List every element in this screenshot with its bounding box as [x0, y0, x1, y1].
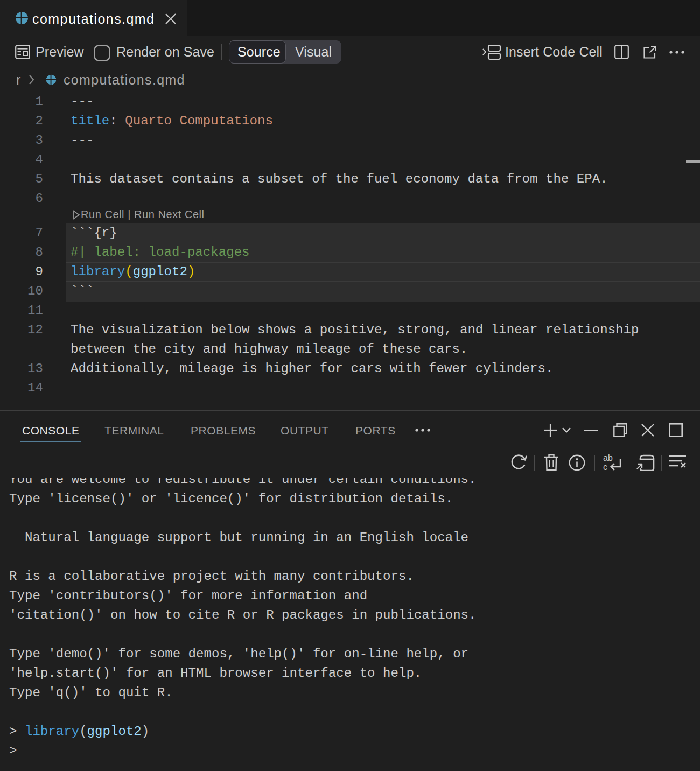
svg-text:c: c	[603, 462, 607, 472]
svg-text:ab: ab	[603, 453, 613, 462]
